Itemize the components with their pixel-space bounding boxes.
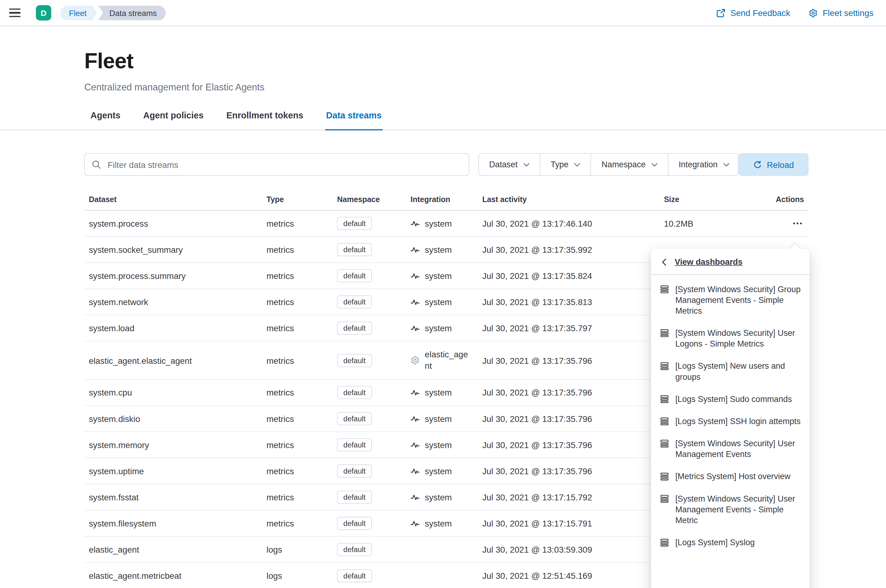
- namespace-badge: default: [337, 412, 372, 425]
- system-integration-icon: [410, 245, 420, 254]
- dataset-cell: system.diskio: [84, 414, 266, 423]
- integration-label: system: [425, 413, 452, 424]
- topbar-left: D Fleet Data streams: [9, 5, 166, 21]
- type-cell: metrics: [266, 297, 337, 307]
- dashboard-icon: [660, 494, 669, 503]
- page-title: Fleet: [84, 49, 886, 74]
- last-activity-cell: Jul 30, 2021 @ 13:03:59.309: [482, 544, 664, 554]
- external-link-icon: [716, 8, 725, 18]
- type-cell: metrics: [266, 440, 337, 450]
- column-header-namespace: Namespace: [337, 195, 411, 204]
- type-cell: metrics: [266, 356, 337, 365]
- dashboard-link[interactable]: [Logs System] SSH login attempts: [651, 410, 810, 432]
- integration-label: system: [425, 491, 452, 503]
- namespace-badge: default: [337, 296, 372, 309]
- tab-enrollment-tokens[interactable]: Enrollment tokens: [225, 110, 305, 130]
- table-header-row: Dataset Type Namespace Integration Last …: [84, 195, 808, 211]
- dataset-cell: elastic_agent: [84, 544, 266, 554]
- system-integration-icon: [410, 297, 420, 307]
- dashboard-link[interactable]: [Metrics System] Host overview: [651, 466, 810, 488]
- tab-bar: Agents Agent policies Enrollment tokens …: [0, 110, 886, 130]
- filter-dataset-button[interactable]: Dataset: [479, 154, 540, 175]
- app-window: D Fleet Data streams Send Feedback Fleet…: [0, 0, 886, 588]
- namespace-badge: default: [337, 386, 372, 399]
- dashboard-icon: [660, 538, 669, 547]
- last-activity-cell: Jul 30, 2021 @ 13:17:35.813: [482, 297, 664, 307]
- last-activity-cell: Jul 30, 2021 @ 13:17:35.796: [482, 414, 664, 423]
- system-integration-icon: [410, 219, 420, 228]
- gear-icon: [808, 8, 818, 18]
- top-navigation-bar: D Fleet Data streams Send Feedback Fleet…: [0, 0, 886, 26]
- dashboard-link[interactable]: [Logs System] Sudo commands: [651, 388, 810, 410]
- row-actions-button[interactable]: [791, 219, 804, 228]
- tab-data-streams[interactable]: Data streams: [325, 110, 383, 130]
- column-header-integration: Integration: [410, 195, 482, 204]
- namespace-badge: default: [337, 464, 372, 478]
- dashboard-link[interactable]: [System Windows Security] User Managemen…: [651, 488, 810, 532]
- last-activity-cell: Jul 30, 2021 @ 12:51:45.169: [482, 571, 664, 580]
- dashboard-link[interactable]: [Logs System] New users and groups: [651, 355, 810, 388]
- deployment-avatar[interactable]: D: [36, 5, 51, 21]
- dashboard-icon: [660, 394, 669, 404]
- namespace-badge: default: [337, 217, 372, 230]
- menu-icon[interactable]: [9, 9, 21, 17]
- integration-label: system: [425, 518, 452, 529]
- send-feedback-link[interactable]: Send Feedback: [716, 8, 790, 18]
- type-cell: logs: [266, 571, 337, 580]
- last-activity-cell: Jul 30, 2021 @ 13:17:35.796: [482, 440, 664, 450]
- last-activity-cell: Jul 30, 2021 @ 13:17:35.796: [482, 387, 664, 397]
- dashboard-icon: [660, 439, 669, 448]
- last-activity-cell: Jul 30, 2021 @ 13:17:35.992: [482, 245, 664, 254]
- integration-label: system: [425, 322, 452, 334]
- search-input[interactable]: [84, 153, 469, 176]
- last-activity-cell: Jul 30, 2021 @ 13:17:35.796: [482, 466, 664, 476]
- dashboard-link[interactable]: [System Windows Security] User Logons - …: [651, 322, 810, 355]
- system-integration-icon: [410, 414, 420, 423]
- dashboard-icon: [660, 362, 669, 370]
- dashboard-icon: [660, 472, 669, 481]
- reload-button[interactable]: Reload: [739, 153, 809, 176]
- column-header-last-activity: Last activity: [482, 195, 664, 204]
- view-dashboards-back[interactable]: View dashboards: [651, 249, 810, 275]
- filter-namespace-label: Namespace: [601, 160, 646, 169]
- dataset-cell: system.filesystem: [84, 519, 266, 528]
- filter-integration-button[interactable]: Integration: [668, 154, 739, 175]
- breadcrumb-fleet[interactable]: Fleet: [60, 6, 97, 20]
- system-integration-icon: [410, 388, 420, 397]
- type-cell: metrics: [266, 245, 337, 254]
- column-header-size: Size: [664, 195, 732, 204]
- dashboard-link[interactable]: [System Windows Security] Group Manageme…: [651, 278, 810, 322]
- dataset-cell: elastic_agent.elastic_agent: [84, 356, 266, 365]
- last-activity-cell: Jul 30, 2021 @ 13:17:15.792: [482, 492, 664, 502]
- dataset-cell: system.cpu: [84, 387, 266, 397]
- dashboard-link-label: [System Windows Security] User Logons - …: [675, 328, 800, 350]
- fleet-settings-link[interactable]: Fleet settings: [808, 8, 873, 18]
- integration-label: system: [425, 387, 452, 398]
- namespace-badge: default: [337, 517, 372, 530]
- breadcrumb: Fleet Data streams: [60, 6, 166, 20]
- dashboard-icon: [660, 328, 669, 338]
- tab-agent-policies[interactable]: Agent policies: [142, 110, 204, 130]
- tab-agents[interactable]: Agents: [90, 110, 122, 130]
- last-activity-cell: Jul 30, 2021 @ 13:17:46.140: [482, 219, 664, 228]
- dataset-cell: elastic_agent.metricbeat: [84, 571, 266, 580]
- popover-title: View dashboards: [675, 257, 742, 267]
- filter-toolbar: Dataset Type Namespace Integration Reloa…: [84, 153, 808, 176]
- dashboard-link[interactable]: [System Windows Security] User Managemen…: [651, 433, 810, 466]
- page-subtitle: Centralized management for Elastic Agent…: [84, 82, 886, 93]
- filter-dataset-label: Dataset: [489, 160, 518, 169]
- integration-label: system: [425, 244, 452, 255]
- dataset-cell: system.network: [84, 297, 266, 307]
- filter-type-button[interactable]: Type: [540, 154, 591, 175]
- dashboard-link[interactable]: [Logs System] Syslog: [651, 532, 810, 554]
- dataset-cell: system.fsstat: [84, 492, 266, 502]
- search-box: [84, 153, 469, 176]
- namespace-badge: default: [337, 269, 372, 282]
- type-cell: metrics: [266, 387, 337, 397]
- chevron-down-icon: [574, 162, 580, 166]
- dashboard-link-label: [System Windows Security] Group Manageme…: [675, 284, 800, 317]
- system-integration-icon: [410, 466, 420, 476]
- namespace-badge: default: [337, 438, 372, 452]
- dataset-cell: system.socket_summary: [84, 245, 266, 254]
- filter-namespace-button[interactable]: Namespace: [591, 154, 668, 175]
